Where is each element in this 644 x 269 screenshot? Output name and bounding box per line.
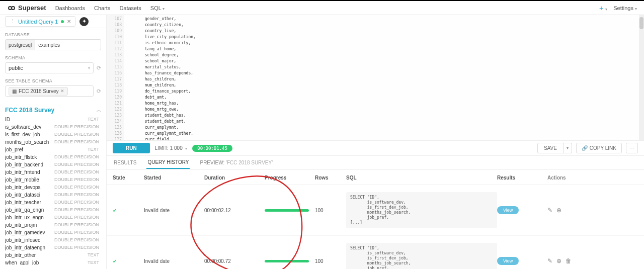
editor-scrollbar[interactable] [639,15,644,140]
column-row[interactable]: job_intr_datasciDOUBLE PRECISION [5,191,99,199]
add-icon[interactable]: ⊕ [556,257,561,264]
save-button[interactable]: SAVE [537,143,564,153]
copy-link-button[interactable]: 🔗 COPY LINK [576,143,622,153]
column-row[interactable]: when_appl_jobTEXT [5,259,99,265]
table-select[interactable]: ▦ FCC 2018 Survey ✕ [5,85,94,97]
column-name: months_job_search [5,139,49,145]
schema-label: SCHEMA [5,55,101,60]
run-bar: RUN LIMIT: 1 000 ▾ 00:00:01.45 SAVE ▾ 🔗 … [107,141,644,156]
column-name: job_intr_backend [5,162,43,167]
history-row: ✔Invalid date00:00:00.72100SELECT "ID", … [107,236,644,269]
schema-select[interactable]: public ▾ [5,62,94,73]
success-icon: ✔ [113,258,117,264]
column-row[interactable]: job_prefTEXT [5,146,99,153]
column-row[interactable]: job_intr_backendDOUBLE PRECISION [5,161,99,168]
column-name: ID [5,117,10,122]
add-icon[interactable]: ⊕ [556,207,561,214]
column-type: DOUBLE PRECISION [54,222,99,228]
column-name: job_intr_infosec [5,237,40,243]
progress-bar [265,260,309,262]
nav-sql[interactable]: SQL ▾ [150,5,165,11]
history-row: ✔Invalid date00:00:02.12100SELECT "ID", … [107,185,644,236]
query-tab-bar: ⋮ Untitled Query 1 ✕ ✦ [0,15,106,28]
column-type: DOUBLE PRECISION [54,132,99,137]
query-history-panel: State Started Duration Progress Rows SQL… [107,170,644,269]
column-type: DOUBLE PRECISION [54,154,99,160]
column-type: TEXT [88,252,99,258]
run-button[interactable]: RUN [113,143,150,153]
tab-preview[interactable]: PREVIEW: 'FCC 2018 SURVEY' [199,157,274,168]
column-name: job_intr_mobile [5,177,39,183]
column-row[interactable]: job_intr_mobileDOUBLE PRECISION [5,176,99,184]
nav-datasets[interactable]: Datasets [119,5,141,11]
column-row[interactable]: job_intr_devopsDOUBLE PRECISION [5,184,99,191]
column-row[interactable]: job_intr_infosecDOUBLE PRECISION [5,236,99,244]
superset-logo-icon [7,6,16,11]
column-row[interactable]: job_intr_gamedevDOUBLE PRECISION [5,229,99,236]
new-button[interactable]: + ▾ [599,4,607,12]
refresh-table-icon[interactable]: ⟳ [97,88,101,95]
database-label: DATABASE [5,32,101,37]
sql-snippet: SELECT "ID", is_software_dev, is_first_d… [346,192,497,228]
column-row[interactable]: is_first_dev_jobDOUBLE PRECISION [5,131,99,138]
save-menu-button[interactable]: ▾ [564,143,572,153]
nav-charts[interactable]: Charts [94,5,110,11]
more-actions-button[interactable]: ⋯ [626,143,638,153]
database-select[interactable]: postgresql examples [5,39,101,50]
collapse-icon[interactable]: ︿ [97,107,101,114]
refresh-schema-icon[interactable]: ⟳ [97,65,101,71]
results-tabs: RESULTS QUERY HISTORY PREVIEW: 'FCC 2018… [107,156,644,170]
add-tab-button[interactable]: ✦ [79,17,89,26]
edit-icon[interactable]: ✎ [547,257,552,264]
edit-icon[interactable]: ✎ [547,207,552,214]
limit-label[interactable]: LIMIT: 1 000 ▾ [155,145,188,151]
trash-icon[interactable]: 🗑 [566,257,572,264]
column-row[interactable]: job_intr_dataengnDOUBLE PRECISION [5,244,99,251]
brand-logo[interactable]: Superset [7,4,46,12]
query-tab[interactable]: ⋮ Untitled Query 1 ✕ [5,16,75,27]
close-tab-icon[interactable]: ✕ [67,19,71,24]
sql-editor[interactable]: 107 108 109 110 111 112 113 114 115 116 … [107,15,644,141]
rows-cell: 100 [315,258,346,264]
duration-cell: 00:00:00.72 [204,258,265,264]
tab-results[interactable]: RESULTS [113,157,137,168]
column-row[interactable]: job_intr_fllstckDOUBLE PRECISION [5,153,99,161]
remove-table-icon[interactable]: ✕ [60,88,64,94]
column-row[interactable]: is_software_devDOUBLE PRECISION [5,123,99,131]
column-list[interactable]: IDTEXTis_software_devDOUBLE PRECISIONis_… [5,116,101,265]
column-row[interactable]: job_intr_projmDOUBLE PRECISION [5,221,99,229]
column-row[interactable]: job_intr_otherTEXT [5,251,99,259]
nav-settings[interactable]: Settings ▾ [613,5,637,11]
column-row[interactable]: months_job_searchDOUBLE PRECISION [5,138,99,146]
column-name: when_appl_job [5,260,39,265]
query-tab-title: Untitled Query 1 [18,19,58,25]
navbar: Superset Dashboards Charts Datasets SQL … [0,1,644,15]
nav-dashboards[interactable]: Dashboards [55,5,85,11]
tab-query-history[interactable]: QUERY HISTORY [146,156,190,169]
link-icon: 🔗 [582,145,588,151]
column-name: job_intr_gamedev [5,230,45,235]
column-row[interactable]: job_intr_frntendDOUBLE PRECISION [5,168,99,176]
column-type: DOUBLE PRECISION [54,200,99,205]
started-cell: Invalid date [144,208,204,213]
column-type: TEXT [88,117,99,122]
table-title[interactable]: FCC 2018 Survey ︿ [5,107,101,114]
editor-code[interactable]: gender_other, country_citizen, country_l… [124,15,644,140]
table-chip[interactable]: ▦ FCC 2018 Survey ✕ [9,87,68,96]
view-button[interactable]: View [497,257,519,265]
column-row[interactable]: IDTEXT [5,116,99,123]
view-button[interactable]: View [497,206,519,214]
column-name: job_intr_other [5,252,36,258]
column-name: job_intr_frntend [5,169,40,175]
duration-cell: 00:00:02.12 [204,208,265,213]
column-type: DOUBLE PRECISION [54,185,99,190]
column-row[interactable]: job_intr_teacherDOUBLE PRECISION [5,199,99,206]
success-icon: ✔ [113,208,117,213]
column-type: DOUBLE PRECISION [54,215,99,220]
editor-gutter: 107 108 109 110 111 112 113 114 115 116 … [107,15,124,140]
column-type: DOUBLE PRECISION [54,124,99,130]
see-table-label: SEE TABLE SCHEMA [5,78,101,83]
column-row[interactable]: job_intr_qa_engnDOUBLE PRECISION [5,206,99,214]
column-type: TEXT [88,260,99,265]
column-row[interactable]: job_intr_ux_engnDOUBLE PRECISION [5,214,99,221]
